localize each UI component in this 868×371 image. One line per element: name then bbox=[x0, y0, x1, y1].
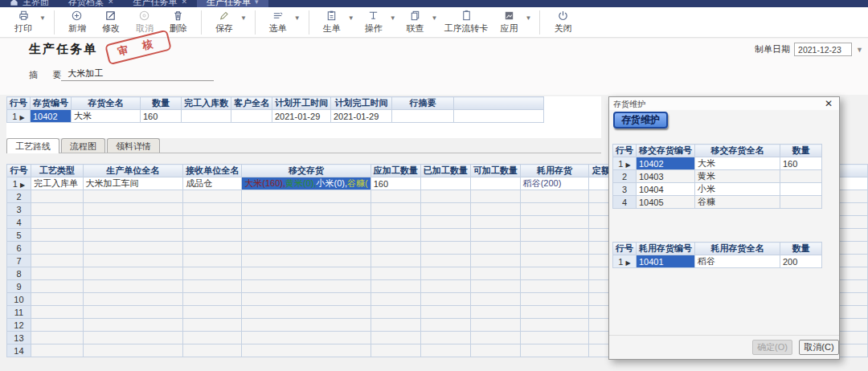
grid-cell[interactable] bbox=[420, 242, 470, 255]
transfer-name-cell[interactable]: 黄米 bbox=[695, 170, 780, 183]
grid-cell[interactable] bbox=[371, 293, 420, 306]
ok-button[interactable]: 确定(O) bbox=[752, 340, 792, 355]
date-input[interactable]: 2021-12-23 bbox=[794, 43, 852, 56]
grid-cell[interactable] bbox=[420, 255, 470, 267]
grid-cell[interactable] bbox=[242, 203, 371, 216]
col-header-qty[interactable]: 数量 bbox=[780, 243, 822, 255]
grid-cell[interactable] bbox=[242, 293, 371, 306]
col-header-processable-qty[interactable]: 可加工数量 bbox=[470, 165, 520, 177]
line-note-cell[interactable] bbox=[392, 110, 454, 123]
grid-cell[interactable] bbox=[183, 267, 242, 280]
row-number-cell[interactable]: 1▶ bbox=[7, 110, 31, 123]
row-number-cell[interactable]: 6 bbox=[7, 242, 31, 255]
grid-cell[interactable] bbox=[371, 332, 420, 344]
process-flow-card-button[interactable]: 工序流转卡 bbox=[444, 10, 489, 35]
grid-cell[interactable] bbox=[420, 319, 470, 332]
grid-cell[interactable] bbox=[83, 344, 183, 357]
transfer-row[interactable]: 1▶ 10402 大米 160 bbox=[613, 157, 822, 170]
consumed-inventory-cell[interactable]: 稻谷(200) bbox=[520, 177, 589, 190]
row-number-cell[interactable]: 12 bbox=[7, 319, 31, 332]
grid-cell[interactable] bbox=[420, 293, 470, 306]
grid-cell[interactable] bbox=[520, 306, 589, 319]
consume-code-cell[interactable]: 10401 bbox=[637, 255, 695, 268]
grid-cell[interactable] bbox=[420, 280, 470, 293]
processable-qty-cell[interactable] bbox=[470, 177, 520, 190]
grid-cell[interactable] bbox=[31, 267, 83, 280]
customer-cell[interactable] bbox=[231, 110, 272, 123]
col-header-consumed-inventory[interactable]: 耗用存货 bbox=[520, 165, 589, 177]
grid-cell[interactable] bbox=[371, 280, 420, 293]
inventory-maintenance-button[interactable]: 存货维护 bbox=[613, 112, 668, 128]
row-number-cell[interactable]: 3 bbox=[613, 183, 637, 196]
tab-process-route[interactable]: 工艺路线 bbox=[6, 138, 59, 153]
col-header-prod-unit[interactable]: 生产单位全名 bbox=[83, 165, 183, 177]
col-header-qty[interactable]: 数量 bbox=[780, 145, 822, 157]
grid-cell[interactable] bbox=[242, 242, 371, 255]
order-line-row[interactable]: 1▶ 10402 大米 160 2021-01-29 2021-01-29 bbox=[7, 110, 544, 123]
summary-input[interactable]: 大米加工 bbox=[61, 67, 214, 81]
grid-cell[interactable] bbox=[242, 255, 371, 267]
grid-cell[interactable] bbox=[83, 242, 183, 255]
transfer-inventory-cell[interactable]: 大米(160),黄米(0),小米(0),谷糠( bbox=[242, 177, 371, 190]
close-tab-icon[interactable]: ✕ bbox=[108, 0, 114, 6]
col-header-finished-qty[interactable]: 完工入库数 bbox=[182, 97, 231, 110]
grid-cell[interactable] bbox=[420, 203, 470, 216]
col-header-plan-start[interactable]: 计划开工时间 bbox=[272, 97, 331, 110]
grid-cell[interactable] bbox=[83, 306, 183, 319]
grid-cell[interactable] bbox=[83, 267, 183, 280]
transfer-name-cell[interactable]: 谷糠 bbox=[695, 196, 780, 209]
cancel-dialog-button[interactable]: 取消(C) bbox=[799, 340, 839, 355]
grid-cell[interactable] bbox=[31, 319, 83, 332]
grid-cell[interactable] bbox=[183, 190, 242, 203]
grid-cell[interactable] bbox=[183, 332, 242, 344]
grid-cell[interactable] bbox=[83, 190, 183, 203]
grid-cell[interactable] bbox=[31, 242, 83, 255]
grid-cell[interactable] bbox=[242, 280, 371, 293]
grid-cell[interactable] bbox=[520, 267, 589, 280]
col-header-recv-unit[interactable]: 接收单位全名 bbox=[183, 165, 242, 177]
col-header-row-no[interactable]: 行号 bbox=[613, 145, 637, 157]
grid-cell[interactable] bbox=[83, 293, 183, 306]
grid-cell[interactable] bbox=[83, 229, 183, 242]
col-header-transfer-code[interactable]: 移交存货编号 bbox=[637, 145, 695, 157]
grid-cell[interactable] bbox=[183, 255, 242, 267]
grid-cell[interactable] bbox=[420, 267, 470, 280]
grid-cell[interactable] bbox=[31, 332, 83, 344]
col-header-transfer-name[interactable]: 移交存货全名 bbox=[695, 145, 780, 157]
grid-cell[interactable] bbox=[242, 319, 371, 332]
qty-cell[interactable]: 200 bbox=[780, 255, 822, 268]
grid-cell[interactable] bbox=[242, 229, 371, 242]
chevron-down-icon[interactable]: ▼ bbox=[390, 14, 396, 22]
grid-cell[interactable] bbox=[470, 203, 520, 216]
apply-button[interactable]: 应用 bbox=[497, 10, 522, 35]
grid-cell[interactable] bbox=[183, 306, 242, 319]
chevron-down-icon[interactable]: ▼ bbox=[526, 14, 532, 22]
grid-cell[interactable] bbox=[83, 280, 183, 293]
grid-cell[interactable] bbox=[31, 203, 83, 216]
transfer-code-cell[interactable]: 10405 bbox=[637, 196, 695, 209]
row-number-cell[interactable]: 10 bbox=[7, 293, 31, 306]
col-header-inventory-name[interactable]: 存货全名 bbox=[72, 97, 141, 110]
col-header-to-process-qty[interactable]: 应加工数量 bbox=[371, 165, 420, 177]
inventory-code-cell[interactable]: 10402 bbox=[31, 110, 72, 123]
grid-cell[interactable] bbox=[31, 229, 83, 242]
grid-cell[interactable] bbox=[470, 242, 520, 255]
grid-cell[interactable] bbox=[420, 229, 470, 242]
row-number-cell[interactable]: 1▶ bbox=[7, 177, 31, 190]
operation-button[interactable]: 操作 bbox=[361, 10, 387, 35]
grid-cell[interactable] bbox=[183, 319, 242, 332]
grid-cell[interactable] bbox=[470, 280, 520, 293]
grid-cell[interactable] bbox=[470, 255, 520, 267]
tab-production-task-2[interactable]: 生产任务单 ▾ bbox=[197, 0, 268, 7]
transfer-code-cell[interactable]: 10403 bbox=[637, 170, 695, 183]
grid-cell[interactable] bbox=[520, 293, 589, 306]
col-header-row-no[interactable]: 行号 bbox=[7, 97, 31, 110]
col-header-consume-name[interactable]: 耗用存货全名 bbox=[695, 243, 780, 255]
grid-cell[interactable] bbox=[371, 344, 420, 357]
grid-cell[interactable] bbox=[183, 229, 242, 242]
grid-cell[interactable] bbox=[242, 216, 371, 229]
grid-cell[interactable] bbox=[371, 242, 420, 255]
modify-button[interactable]: 修改 bbox=[98, 10, 124, 35]
grid-cell[interactable] bbox=[183, 344, 242, 357]
grid-cell[interactable] bbox=[371, 203, 420, 216]
